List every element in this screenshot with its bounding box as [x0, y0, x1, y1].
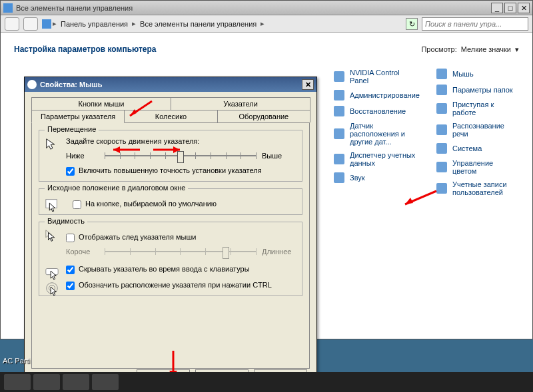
taskbar-button[interactable]: [63, 374, 89, 390]
item-label: Приступая к работе: [452, 100, 519, 116]
item-icon: [436, 162, 447, 172]
trail-long-label: Длиннее: [262, 248, 295, 256]
search-input[interactable]: [422, 17, 528, 31]
item-icon: [334, 106, 344, 116]
dialog-title: Свойства: Мышь: [40, 81, 302, 89]
item-icon: [436, 69, 447, 79]
item-label: Датчик расположения и другие дат...: [350, 122, 416, 146]
control-panel-item[interactable]: Администрирование: [334, 87, 416, 103]
taskbar[interactable]: [0, 372, 533, 392]
control-panel-item[interactable]: Система: [436, 140, 519, 156]
control-panel-item[interactable]: Датчик расположения и другие дат...: [334, 119, 416, 148]
group-visibility: Видимость Отображать след указателя мыши…: [39, 222, 302, 296]
page-title: Настройка параметров компьютера: [14, 45, 157, 54]
item-label: Администрирование: [350, 91, 420, 99]
item-label: Учетные записи пользователей: [452, 180, 519, 196]
speed-high-label: Выше: [262, 152, 295, 160]
item-label: Параметры папок: [452, 86, 513, 94]
chevron-right-icon: ▸: [53, 19, 57, 28]
snap-to-icon: [45, 197, 59, 212]
desktop-icon-label: AC Parti: [3, 357, 30, 365]
view-selector[interactable]: Просмотр: Мелкие значки ▾: [421, 45, 519, 54]
enhance-precision-checkbox[interactable]: [66, 167, 75, 176]
control-panel-item[interactable]: Приступая к работе: [436, 98, 519, 119]
speed-low-label: Ниже: [66, 152, 99, 160]
taskbar-button[interactable]: [33, 374, 60, 390]
tab-panel: Перемещение Задайте скорость движения ук…: [31, 122, 310, 369]
hide-pointer-icon: [45, 265, 59, 280]
snap-to-checkbox[interactable]: [73, 200, 81, 209]
control-panel-item[interactable]: Распознавание речи: [436, 119, 519, 140]
pointer-trail-label: Отображать след указателя мыши: [79, 233, 295, 241]
control-panel-item[interactable]: Мышь: [436, 66, 519, 82]
chevron-down-icon: ▾: [515, 45, 519, 54]
back-button[interactable]: [5, 17, 19, 31]
hide-pointer-label: Скрывать указатель во время ввода с клав…: [79, 265, 295, 273]
mouse-icon: [27, 80, 37, 89]
dialog-close-button[interactable]: ✕: [302, 79, 314, 90]
view-label: Просмотр:: [421, 45, 456, 53]
taskbar-button[interactable]: [4, 374, 31, 390]
breadcrumb-seg-1[interactable]: Все элементы панели управления: [137, 19, 259, 29]
control-panel-item[interactable]: Звук: [334, 170, 416, 186]
item-label: Система: [452, 144, 482, 152]
minimize-button[interactable]: _: [491, 3, 503, 13]
control-panel-item[interactable]: Управление цветом: [436, 156, 519, 178]
group-motion: Перемещение Задайте скорость движения ук…: [39, 130, 302, 182]
tab-pointer-options[interactable]: Параметры указателя: [31, 110, 125, 123]
ctrl-locate-label: Обозначить расположение указателя при на…: [79, 281, 295, 289]
item-icon: [436, 103, 447, 114]
control-panel-icon: [3, 3, 13, 13]
slider-thumb[interactable]: [177, 151, 184, 163]
item-icon: [334, 128, 344, 139]
close-button[interactable]: ✕: [518, 3, 530, 13]
titlebar: Все элементы панели управления _ □ ✕: [1, 1, 532, 15]
breadcrumb-seg-0[interactable]: Панель управления: [58, 19, 131, 29]
breadcrumb-icon: [42, 19, 51, 29]
chevron-right-icon: ▸: [132, 19, 136, 28]
refresh-button[interactable]: ↻: [406, 18, 418, 30]
group-motion-label: Перемещение: [45, 125, 99, 133]
control-panel-item[interactable]: NVIDIA Control Panel: [334, 66, 416, 87]
tab-buttons[interactable]: Кнопки мыши: [31, 97, 171, 110]
trail-length-slider: [105, 245, 257, 258]
breadcrumb[interactable]: ▸ Панель управления ▸ Все элементы панел…: [42, 19, 402, 29]
ctrl-locate-icon: [45, 281, 59, 295]
window-title: Все элементы панели управления: [16, 4, 490, 12]
ctrl-locate-checkbox[interactable]: [66, 282, 75, 290]
forward-button[interactable]: [23, 17, 38, 31]
control-panel-item[interactable]: Восстановление: [334, 103, 416, 119]
item-label: Звук: [350, 174, 365, 182]
pointer-trail-icon: [45, 229, 59, 244]
toolbar: ▸ Панель управления ▸ Все элементы панел…: [1, 15, 532, 33]
hide-pointer-checkbox[interactable]: [66, 266, 75, 274]
taskbar-button[interactable]: [92, 374, 119, 390]
item-icon: [436, 85, 447, 95]
tab-pointers[interactable]: Указатели: [171, 97, 310, 110]
tab-hardware[interactable]: Оборудование: [217, 110, 310, 122]
item-icon: [436, 124, 447, 135]
group-snap-to: Исходное положение в диалоговом окне На …: [39, 188, 302, 215]
items-list: NVIDIA Control PanelАдминистрированиеВос…: [334, 66, 519, 199]
tab-wheel[interactable]: Колесико: [124, 110, 217, 122]
chevron-right-icon: ▸: [261, 19, 265, 28]
item-icon: [334, 71, 344, 82]
trail-short-label: Короче: [66, 248, 99, 256]
item-label: Управление цветом: [452, 159, 519, 175]
pointer-speed-slider[interactable]: [105, 149, 257, 162]
item-icon: [436, 183, 447, 194]
item-label: NVIDIA Control Panel: [350, 69, 416, 85]
item-label: Распознавание речи: [452, 122, 519, 138]
tabs: Кнопки мыши Указатели Параметры указател…: [25, 92, 316, 122]
group-visibility-label: Видимость: [45, 217, 87, 225]
pointer-trail-checkbox[interactable]: [66, 234, 75, 242]
control-panel-item[interactable]: Диспетчер учетных данных: [334, 148, 416, 170]
pointer-speed-icon: [45, 137, 59, 152]
snap-to-label: На кнопке, выбираемой по умолчанию: [85, 200, 295, 208]
item-icon: [436, 143, 447, 154]
control-panel-item[interactable]: Учетные записи пользователей: [436, 178, 519, 199]
view-value: Мелкие значки: [461, 45, 511, 53]
item-label: Диспетчер учетных данных: [350, 151, 416, 167]
control-panel-item[interactable]: Параметры папок: [436, 82, 519, 98]
maximize-button[interactable]: □: [504, 3, 516, 13]
